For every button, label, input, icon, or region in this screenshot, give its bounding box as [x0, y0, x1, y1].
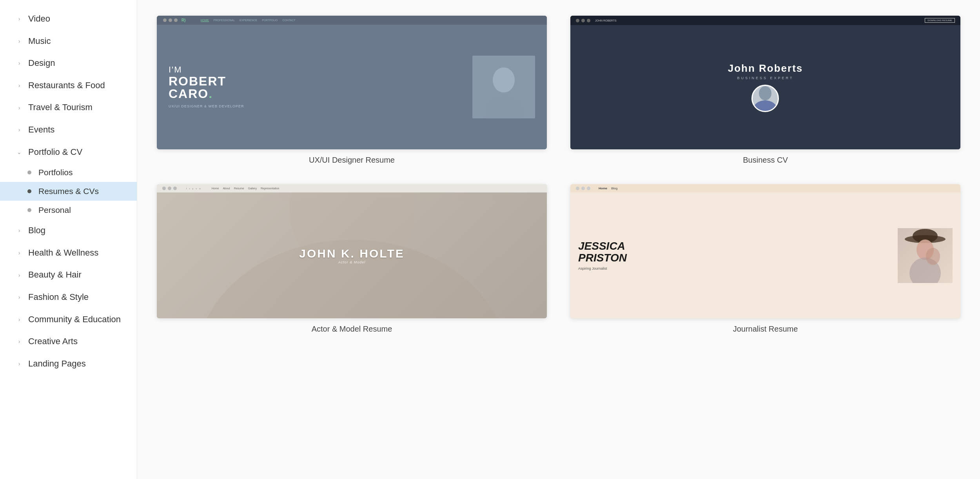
nav-professional: PROFESSIONAL: [214, 19, 235, 22]
sidebar-item-label: Beauty & Hair: [28, 269, 82, 281]
sidebar-item-label: Fashion & Style: [28, 292, 89, 303]
sidebar-item-landing[interactable]: › Landing Pages: [0, 353, 137, 375]
social-a: a: [199, 187, 200, 190]
businesscv-avatar: [751, 85, 779, 112]
jessica-topbar: Home Blog: [570, 184, 960, 192]
nav-home: Home: [599, 187, 607, 190]
template-preview-businesscv[interactable]: JOHN ROBERTS DOWNLOAD RESUME John Robert…: [570, 16, 960, 149]
nav-home: Home: [212, 187, 219, 190]
uxui-subtitle: UX/UI DESIGNER & WEB DEVELOPER: [169, 104, 472, 109]
sidebar-item-label: Travel & Tourism: [28, 102, 93, 113]
uxui-im-text: I'M: [169, 65, 472, 74]
dot-yellow: [169, 18, 172, 22]
actor-name-overlay: JOHN K. HOLTE Actor & Model: [299, 247, 404, 264]
window-dots: [162, 187, 177, 190]
actor-name: JOHN K. HOLTE: [299, 247, 404, 260]
sidebar-subitem-portfolios[interactable]: Portfolios: [0, 163, 137, 182]
dot-2: [581, 187, 585, 190]
sidebar-item-fashion[interactable]: › Fashion & Style: [0, 286, 137, 308]
chevron-right-icon: ›: [16, 126, 23, 133]
templates-grid: R) HOME PROFESSIONAL EXPERIENCE PORTFOLI…: [157, 16, 960, 334]
sidebar-item-portfolio[interactable]: ⌄ Portfolio & CV: [0, 141, 137, 163]
social-v: v: [196, 187, 197, 190]
jessica-preview-inner: Home Blog JESSICAPRISTON Aspiring Journa…: [570, 184, 960, 318]
actor-topbar: f t y v a Home About Resume Gallery Repr…: [157, 184, 547, 192]
nav-portfolio: PORTFOLIO: [262, 19, 278, 22]
sidebar-subitem-resumes[interactable]: Resumes & CVs: [0, 182, 137, 201]
sidebar-item-restaurants[interactable]: › Restaurants & Food: [0, 74, 137, 97]
social-f: f: [186, 187, 187, 190]
nav-blog: Blog: [611, 187, 617, 190]
window-dots: [163, 18, 178, 22]
businesscv-content: John Roberts BUSINESS EXPERT: [570, 25, 960, 149]
sidebar-subitem-label: Resumes & CVs: [38, 187, 99, 196]
chevron-right-icon: ›: [16, 316, 23, 323]
actor-subtitle: Actor & Model: [299, 260, 404, 264]
uxui-content: I'M ROBERT CARO. UX/UI DESIGNER & WEB DE…: [157, 25, 547, 149]
actor-label: Actor & Model Resume: [157, 325, 547, 334]
sidebar-item-design[interactable]: › Design: [0, 52, 137, 74]
jessica-label: Journalist Resume: [570, 325, 960, 334]
chevron-right-icon: ›: [16, 338, 23, 345]
sidebar-item-travel[interactable]: › Travel & Tourism: [0, 96, 137, 119]
sidebar-item-community[interactable]: › Community & Education: [0, 308, 137, 331]
dot-red: [163, 18, 167, 22]
template-preview-actor[interactable]: f t y v a Home About Resume Gallery Repr…: [157, 184, 547, 318]
template-card-uxui[interactable]: R) HOME PROFESSIONAL EXPERIENCE PORTFOLI…: [157, 16, 547, 165]
template-card-actor[interactable]: f t y v a Home About Resume Gallery Repr…: [157, 184, 547, 333]
nav-experience: EXPERIENCE: [240, 19, 257, 22]
dot-3: [587, 187, 590, 190]
chevron-right-icon: ›: [16, 82, 23, 89]
bullet-icon: [27, 189, 31, 193]
sidebar-item-blog[interactable]: › Blog: [0, 220, 137, 242]
actor-social-links: f t y v a: [186, 187, 201, 190]
actor-content: JOHN K. HOLTE Actor & Model: [157, 192, 547, 318]
sidebar-item-beauty[interactable]: › Beauty & Hair: [0, 264, 137, 286]
sidebar-item-events[interactable]: › Events: [0, 119, 137, 141]
actor-nav-links: Home About Resume Gallery Representation: [212, 187, 279, 190]
sidebar-item-label: Creative Arts: [28, 336, 78, 347]
dot-2: [168, 187, 171, 190]
sidebar-item-health[interactable]: › Health & Wellness: [0, 242, 137, 264]
sidebar-item-label: Community & Education: [28, 314, 121, 325]
sidebar-item-label: Restaurants & Food: [28, 80, 105, 91]
sidebar-item-creative[interactable]: › Creative Arts: [0, 330, 137, 353]
template-card-jessica[interactable]: Home Blog JESSICAPRISTON Aspiring Journa…: [570, 184, 960, 333]
sidebar-item-video[interactable]: › Video: [0, 8, 137, 30]
actor-preview-inner: f t y v a Home About Resume Gallery Repr…: [157, 184, 547, 318]
social-t: t: [189, 187, 190, 190]
nav-resume: Resume: [234, 187, 244, 190]
sidebar-item-label: Video: [28, 13, 50, 25]
uxui-navbar: R) HOME PROFESSIONAL EXPERIENCE PORTFOLI…: [157, 16, 547, 25]
uxui-dot-accent: .: [209, 87, 213, 101]
svg-point-10: [926, 248, 940, 265]
dot-2: [581, 19, 585, 22]
window-dots: [576, 19, 590, 22]
bullet-icon: [27, 208, 31, 212]
chevron-down-icon: ⌄: [16, 149, 23, 156]
portfolio-subgroup: Portfolios Resumes & CVs Personal: [0, 163, 137, 220]
sidebar: › Video › Music › Design › Restaurants &…: [0, 0, 137, 479]
chevron-right-icon: ›: [16, 15, 23, 22]
template-preview-jessica[interactable]: Home Blog JESSICAPRISTON Aspiring Journa…: [570, 184, 960, 318]
sidebar-item-label: Music: [28, 36, 51, 47]
sidebar-subitem-personal[interactable]: Personal: [0, 201, 137, 220]
jessica-name: JESSICAPRISTON: [578, 240, 894, 263]
template-preview-uxui[interactable]: R) HOME PROFESSIONAL EXPERIENCE PORTFOLI…: [157, 16, 547, 149]
dot-1: [576, 187, 579, 190]
svg-point-2: [759, 86, 771, 100]
bullet-icon: [27, 171, 31, 174]
dot-3: [587, 19, 590, 22]
chevron-right-icon: ›: [16, 249, 23, 256]
sidebar-item-label: Events: [28, 124, 54, 136]
uxui-name-line2: CARO.: [169, 87, 472, 100]
chevron-right-icon: ›: [16, 272, 23, 279]
sidebar-item-label: Blog: [28, 225, 45, 236]
sidebar-item-label: Design: [28, 58, 55, 69]
businesscv-hero: John Roberts BUSINESS EXPERT: [728, 62, 803, 112]
dot-3: [173, 187, 177, 190]
chevron-right-icon: ›: [16, 360, 23, 367]
template-card-businesscv[interactable]: JOHN ROBERTS DOWNLOAD RESUME John Robert…: [570, 16, 960, 165]
nav-gallery: Gallery: [248, 187, 257, 190]
sidebar-item-music[interactable]: › Music: [0, 30, 137, 53]
